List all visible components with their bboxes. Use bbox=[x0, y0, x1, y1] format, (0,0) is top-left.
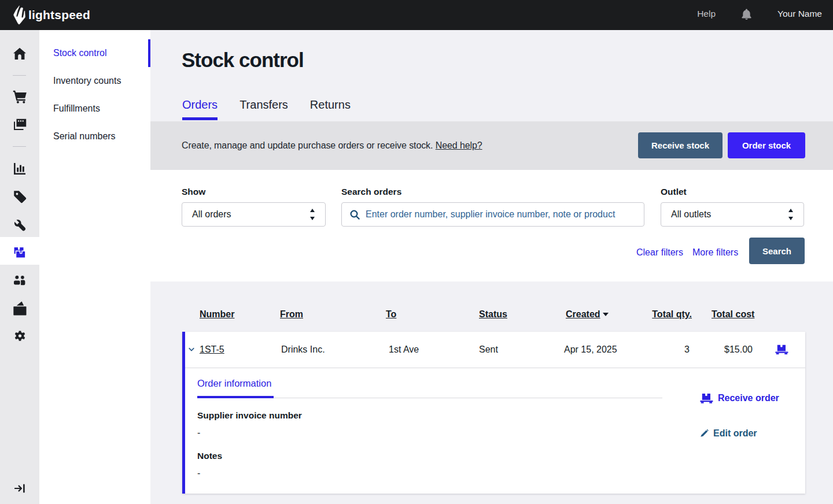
edit-pencil-icon bbox=[699, 429, 709, 439]
receive-order-label: Receive order bbox=[718, 393, 779, 403]
chevron-down-icon[interactable] bbox=[189, 347, 194, 352]
tab-order-information[interactable]: Order information bbox=[197, 378, 271, 389]
stepper-down-icon bbox=[310, 217, 315, 220]
order-status: Sent bbox=[479, 344, 498, 355]
rail-setup[interactable] bbox=[0, 210, 39, 238]
tab-transfers[interactable]: Transfers bbox=[239, 98, 288, 120]
sort-desc-icon bbox=[603, 313, 609, 316]
bell-icon[interactable] bbox=[742, 9, 751, 20]
home-icon bbox=[13, 47, 27, 60]
order-total-qty: 3 bbox=[651, 344, 690, 355]
rail-inventory[interactable] bbox=[0, 237, 39, 265]
tab-returns[interactable]: Returns bbox=[310, 98, 351, 120]
sidebar-item-label: Inventory counts bbox=[53, 76, 121, 86]
search-button[interactable]: Search bbox=[749, 238, 805, 264]
receive-order-link[interactable]: Receive order bbox=[700, 393, 779, 403]
top-bar: lightspeed Help Your Name bbox=[0, 0, 833, 30]
stepper-down-icon bbox=[788, 217, 793, 220]
receive-dolly-icon[interactable] bbox=[775, 345, 788, 355]
rail-divider bbox=[13, 146, 26, 147]
column-header-status[interactable]: Status bbox=[479, 309, 507, 320]
order-to: 1st Ave bbox=[389, 344, 419, 355]
rail-customers[interactable] bbox=[0, 266, 39, 294]
wrench-icon bbox=[13, 218, 26, 231]
sidebar: Stock control Inventory counts Fulfillme… bbox=[39, 30, 150, 504]
lightspeed-logo[interactable]: lightspeed bbox=[13, 5, 90, 25]
receive-order-icon bbox=[700, 394, 713, 403]
show-select-value: All orders bbox=[192, 209, 231, 220]
gear-icon bbox=[13, 329, 27, 343]
rail-divider bbox=[13, 75, 26, 76]
notes-value: - bbox=[197, 468, 200, 479]
need-help-link[interactable]: Need help? bbox=[436, 140, 482, 150]
filter-bar: Show All orders Search orders Outlet All… bbox=[150, 170, 833, 281]
order-card: 1ST-5 Drinks Inc. 1st Ave Sent Apr 15, 2… bbox=[182, 332, 805, 494]
sidebar-item-fulfillments[interactable]: Fulfillments bbox=[39, 95, 150, 123]
user-menu[interactable]: Your Name bbox=[777, 9, 822, 19]
tab-bar: Orders Transfers Returns bbox=[182, 98, 351, 120]
receive-stock-button[interactable]: Receive stock bbox=[638, 132, 723, 158]
edit-order-label: Edit order bbox=[713, 428, 757, 439]
column-header-total-qty[interactable]: Total qty. bbox=[651, 309, 692, 320]
notes-label: Notes bbox=[197, 451, 222, 461]
rail-register[interactable] bbox=[0, 110, 39, 138]
register-icon bbox=[13, 118, 27, 131]
cart-icon bbox=[13, 90, 27, 103]
rail-reporting[interactable] bbox=[0, 155, 39, 183]
help-link[interactable]: Help bbox=[697, 9, 716, 19]
sidebar-item-label: Serial numbers bbox=[53, 131, 116, 141]
column-header-from[interactable]: From bbox=[280, 309, 303, 320]
outlet-select[interactable]: All outlets bbox=[661, 202, 804, 227]
inventory-boxes-icon bbox=[14, 247, 25, 258]
main-content: Stock control Orders Transfers Returns C… bbox=[150, 30, 833, 504]
edit-order-link[interactable]: Edit order bbox=[699, 428, 757, 439]
tag-icon bbox=[13, 190, 27, 203]
drawer-icon bbox=[13, 301, 27, 316]
show-select[interactable]: All orders bbox=[182, 202, 326, 227]
rail-settings[interactable] bbox=[0, 322, 39, 350]
order-stock-button[interactable]: Order stock bbox=[728, 132, 805, 158]
sidebar-item-stock-control[interactable]: Stock control bbox=[39, 39, 150, 67]
rail-sell[interactable] bbox=[0, 83, 39, 110]
column-header-to[interactable]: To bbox=[386, 309, 396, 320]
column-header-total-cost[interactable]: Total cost bbox=[712, 309, 753, 320]
customers-icon bbox=[14, 275, 25, 286]
stepper-icon bbox=[788, 209, 793, 220]
search-input[interactable] bbox=[366, 209, 637, 220]
detail-tab-underline bbox=[197, 396, 274, 398]
column-header-number[interactable]: Number bbox=[200, 309, 234, 320]
stepper-up-icon bbox=[788, 209, 793, 212]
supplier-invoice-label: Supplier invoice number bbox=[197, 410, 302, 421]
icon-rail bbox=[0, 30, 39, 504]
info-banner: Create, manage and update purchase order… bbox=[150, 121, 833, 170]
banner-text: Create, manage and update purchase order… bbox=[182, 140, 482, 151]
order-total-cost: $15.00 bbox=[712, 344, 753, 355]
order-created: Apr 15, 2025 bbox=[564, 344, 617, 355]
more-filters-link[interactable]: More filters bbox=[692, 247, 738, 258]
tab-orders[interactable]: Orders bbox=[182, 98, 218, 120]
lightspeed-flame-icon bbox=[13, 5, 26, 25]
outlet-label: Outlet bbox=[661, 187, 687, 197]
rail-store[interactable] bbox=[0, 294, 39, 322]
rail-catalog[interactable] bbox=[0, 183, 39, 210]
search-orders-box bbox=[341, 202, 644, 227]
clear-filters-link[interactable]: Clear filters bbox=[636, 247, 683, 258]
topbar-actions: Help Your Name bbox=[697, 0, 822, 29]
banner-message: Create, manage and update purchase order… bbox=[182, 140, 433, 150]
stepper-icon bbox=[310, 209, 315, 220]
page-title: Stock control bbox=[182, 49, 304, 72]
sidebar-item-inventory-counts[interactable]: Inventory counts bbox=[39, 67, 150, 95]
collapse-icon bbox=[14, 484, 25, 493]
column-header-created[interactable]: Created bbox=[566, 309, 609, 320]
created-label: Created bbox=[566, 309, 600, 319]
show-label: Show bbox=[182, 187, 205, 197]
supplier-invoice-value: - bbox=[197, 428, 200, 438]
stepper-up-icon bbox=[310, 209, 315, 212]
rail-home[interactable] bbox=[0, 40, 39, 68]
outlet-select-value: All outlets bbox=[671, 209, 711, 220]
rail-collapse[interactable] bbox=[0, 475, 39, 502]
brand-name: lightspeed bbox=[28, 5, 90, 25]
sidebar-item-serial-numbers[interactable]: Serial numbers bbox=[39, 123, 150, 150]
sidebar-item-label: Fulfillments bbox=[53, 103, 100, 113]
order-number-link[interactable]: 1ST-5 bbox=[200, 344, 224, 355]
